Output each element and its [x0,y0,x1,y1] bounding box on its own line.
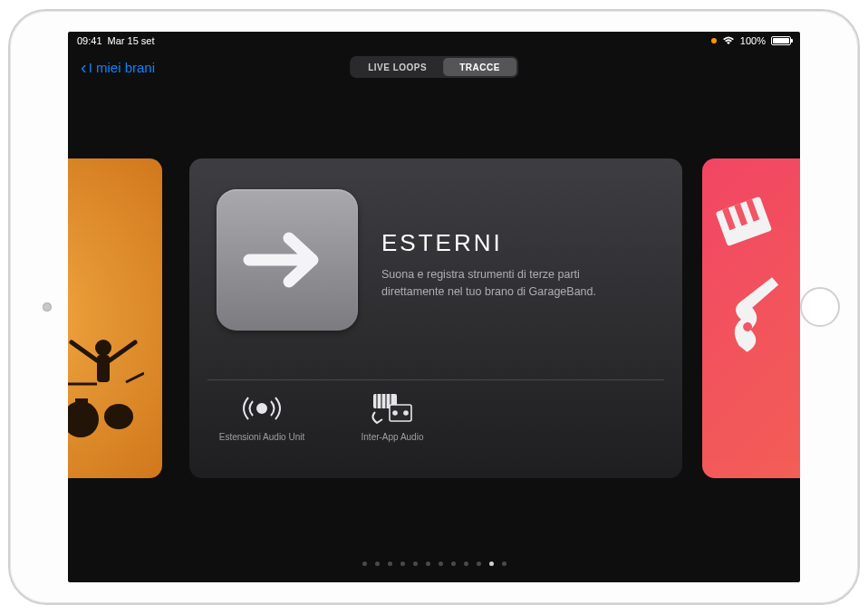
drummer-silhouette-icon [68,333,144,442]
page-dot[interactable] [413,561,418,566]
page-dot[interactable] [426,561,430,566]
svg-rect-4 [75,398,88,408]
keyboard-guitar-icon [715,195,787,430]
svg-rect-1 [97,355,110,382]
page-dot[interactable] [400,561,405,566]
segmented-control: LIVE LOOPS TRACCE [350,56,518,78]
home-button[interactable] [800,287,840,327]
instrument-carousel[interactable]: ESTERNI Suona e registra strumenti di te… [68,158,800,503]
screen: 09:41 Mar 15 set 100% ‹ I miei brani LIV… [68,32,800,582]
status-time: 09:41 [77,35,102,46]
card-divider [207,379,664,380]
segment-live-loops[interactable]: LIVE LOOPS [352,58,443,76]
svg-point-12 [393,411,397,415]
segment-tracce[interactable]: TRACCE [443,58,516,76]
inter-app-audio-icon [370,392,415,425]
pagination-dots [68,561,800,566]
audio-unit-icon [239,393,285,424]
front-camera [43,302,52,312]
back-label: I miei brani [89,60,155,75]
battery-icon [771,36,791,45]
chevron-left-icon: ‹ [81,58,87,76]
svg-point-0 [95,340,111,356]
svg-point-3 [104,404,133,429]
page-dot[interactable] [477,561,481,566]
back-button[interactable]: ‹ I miei brani [81,58,155,76]
page-dot[interactable] [464,561,468,566]
page-dot[interactable] [362,561,367,566]
carousel-card-previous[interactable] [68,158,162,478]
page-dot[interactable] [451,561,456,566]
ipad-device-frame: 09:41 Mar 15 set 100% ‹ I miei brani LIV… [8,9,860,605]
sub-options-row: Estensioni Audio Unit [207,390,664,442]
card-description: Suona e registra strumenti di terze part… [381,266,626,299]
page-dot[interactable] [375,561,380,566]
card-title: ESTERNI [381,229,655,257]
sub-item-inter-app-audio[interactable]: Inter-App Audio [338,390,447,442]
esterni-tile-icon [217,189,358,331]
status-bar: 09:41 Mar 15 set 100% [68,32,800,50]
svg-point-5 [257,404,266,413]
carousel-card-next[interactable] [702,158,800,478]
page-dot[interactable] [439,561,443,566]
page-dot[interactable] [388,561,392,566]
status-date: Mar 15 set [108,35,155,46]
mic-indicator-dot [711,38,717,43]
svg-point-13 [404,411,408,415]
sub-item-audio-unit[interactable]: Estensioni Audio Unit [207,390,316,442]
sub-label-inter-app: Inter-App Audio [362,432,424,442]
page-dot[interactable] [502,561,506,566]
arrow-right-icon [242,224,333,296]
wifi-icon [722,36,735,45]
sub-label-audio-unit: Estensioni Audio Unit [219,432,305,442]
page-dot[interactable] [489,561,494,566]
carousel-card-esterni[interactable]: ESTERNI Suona e registra strumenti di te… [189,158,682,478]
battery-percentage: 100% [740,35,766,46]
nav-bar: ‹ I miei brani LIVE LOOPS TRACCE [68,50,800,84]
